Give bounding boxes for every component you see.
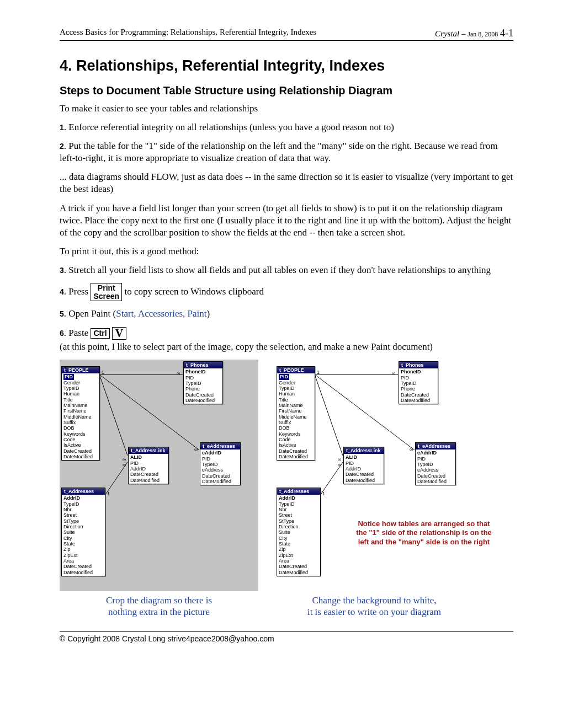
header-page: 4-1 (500, 28, 513, 39)
field: City (63, 536, 103, 541)
step-2: 2. Put the table for the "1" side of the… (60, 140, 513, 164)
table-t_Phones: t_PhonesPhoneIDPIDTypeIDPhoneDateCreated… (183, 361, 223, 404)
table-title: t_eAddresses (416, 443, 455, 449)
field: DateModified (417, 479, 454, 484)
table-title: t_Phones (184, 362, 222, 368)
field: PID (202, 456, 238, 462)
svg-line-5 (315, 374, 343, 456)
step-2-num: 2 (60, 142, 64, 151)
field: TypeID (279, 501, 318, 507)
field: FirstName (279, 408, 313, 414)
field-pk: PID (279, 374, 313, 379)
step-6: 6. Paste Ctrl V (60, 327, 513, 340)
field: PID (130, 461, 167, 466)
field: MiddleName (279, 414, 313, 420)
diagram-right-wrap: 1 ∞ ∞ ∞ ∞ 1 Notice how tables are arrang… (275, 360, 474, 618)
table-title: t_PEOPLE (62, 367, 99, 373)
step-6-num: 6 (60, 329, 64, 338)
field: Zip (63, 547, 103, 552)
field: DateCreated (401, 392, 436, 398)
field: City (279, 536, 318, 541)
field: MainName (63, 403, 98, 408)
field: DateCreated (202, 473, 238, 479)
field: Nbr (279, 507, 318, 512)
step-3-num: 3 (60, 266, 64, 275)
field: DateCreated (346, 472, 382, 477)
field-pk: AddrID (63, 495, 103, 501)
table-t_Addresses: t_AddressesAddrIDTypeIDNbrStreetStTypeDi… (61, 488, 105, 576)
table-t_PEOPLE: t_PEOPLEPIDGenderTypeIDHumanTitleMainNam… (61, 366, 100, 461)
field: ZipExt (63, 553, 103, 558)
field-pk: eAddrID (417, 450, 454, 456)
field: DateCreated (63, 448, 98, 454)
step-5-text-a: . Open Paint ( (64, 308, 116, 319)
step-4-text-a: . Press (64, 286, 91, 297)
step-5-num: 5 (60, 309, 64, 318)
step-3-text: . Stretch all your field lists to show a… (64, 265, 491, 275)
header-date: Jan 8, 2008 (468, 30, 498, 38)
diagram-left-wrap: 1 ∞ ∞ ∞ ∞ 1 t_PEOPLEPIDGenderTypeIDHuman… (60, 360, 258, 618)
field: DateModified (401, 398, 436, 403)
caption-left: Crop the diagram so there isnothing extr… (60, 595, 258, 618)
callout-text: Notice how tables are arranged so that t… (352, 520, 496, 547)
field: FirstName (63, 408, 98, 414)
field: MainName (279, 403, 313, 408)
field: Suite (63, 529, 103, 535)
field: AddrID (130, 466, 167, 472)
field: DateCreated (417, 473, 454, 479)
field-pk: PhoneID (185, 369, 221, 374)
page-header: Access Basics for Programming: Relations… (60, 28, 513, 41)
step-4-num: 4 (60, 287, 64, 296)
ctrl-key: Ctrl (91, 328, 109, 339)
table-title: t_AddressLink (344, 447, 384, 454)
field-pk: ALID (130, 454, 167, 460)
page-footer: © Copyright 2008 Crystal Long strive4pea… (60, 631, 513, 643)
v-key: V (112, 327, 126, 340)
field: eAddress (202, 467, 238, 473)
field: DateCreated (130, 472, 167, 477)
field: State (63, 541, 103, 547)
field: StType (63, 518, 103, 524)
field: Human (279, 391, 313, 397)
table-t_Addresses: t_AddressesAddrIDTypeIDNbrStreetStTypeDi… (277, 488, 321, 576)
field: DateModified (63, 454, 98, 459)
paragraph-print: To print it out, this is a good method: (60, 245, 513, 258)
field: Direction (63, 524, 103, 529)
field: TypeID (401, 381, 436, 386)
field: TypeID (185, 381, 221, 386)
table-t_Phones: t_PhonesPhoneIDPIDTypeIDPhoneDateCreated… (399, 361, 438, 404)
field: Title (279, 397, 313, 403)
field: Gender (63, 380, 98, 386)
field: Area (279, 558, 318, 564)
field: StType (279, 518, 318, 524)
field: DateModified (279, 570, 318, 575)
diagram-left: 1 ∞ ∞ ∞ ∞ 1 t_PEOPLEPIDGenderTypeIDHuman… (60, 360, 258, 591)
field: Code (279, 437, 313, 442)
field: DateModified (185, 398, 221, 403)
caption-right: Change the background to white,it is eas… (275, 595, 474, 618)
field: Title (63, 397, 98, 403)
paragraph-flow: ... data diagrams should FLOW, just as d… (60, 171, 513, 195)
field: TypeID (417, 462, 454, 467)
field: Keywords (279, 431, 313, 437)
header-right: Crystal – Jan 8, 2008 4-1 (435, 28, 513, 39)
field: PID (185, 375, 221, 381)
table-t_eAddresses: t_eAddresseseAddrIDPIDTypeIDeAddressDate… (415, 442, 456, 485)
field: DateModified (130, 478, 167, 483)
field: DateModified (63, 570, 103, 575)
field: PID (417, 456, 454, 462)
step-4: 4. Press PrintScreen to copy screen to W… (60, 283, 513, 301)
table-title: t_Phones (399, 362, 438, 368)
field: Nbr (63, 507, 103, 512)
field: PID (401, 375, 436, 381)
field-pk: AddrID (279, 495, 318, 501)
field: DateModified (279, 454, 313, 459)
field: TypeID (63, 501, 103, 507)
table-title: t_AddressLink (129, 447, 168, 454)
field: DateCreated (63, 564, 103, 569)
field: Phone (185, 386, 221, 392)
field: DOB (279, 425, 313, 431)
field-pk: PID (63, 374, 98, 379)
field: ZipExt (279, 553, 318, 558)
field: Suffix (279, 420, 313, 425)
